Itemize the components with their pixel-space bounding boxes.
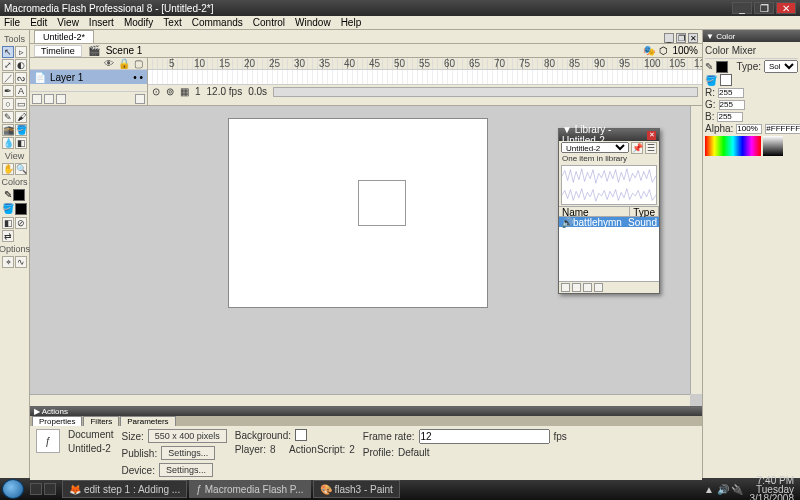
menu-control[interactable]: Control xyxy=(253,17,285,28)
tab-parameters[interactable]: Parameters xyxy=(120,416,175,426)
menu-window[interactable]: Window xyxy=(295,17,331,28)
r-input[interactable] xyxy=(718,88,744,98)
eye-icon[interactable]: 👁 xyxy=(104,58,114,69)
start-button[interactable] xyxy=(2,479,24,499)
stage-vscroll[interactable] xyxy=(690,106,702,394)
size-button[interactable]: 550 x 400 pixels xyxy=(148,429,227,443)
lock-icon[interactable]: 🔒 xyxy=(118,58,130,69)
library-close-button[interactable]: ✕ xyxy=(647,131,656,140)
scene-name[interactable]: Scene 1 xyxy=(106,45,143,56)
pen-tool[interactable]: ✒ xyxy=(2,85,14,97)
doc-minimize[interactable]: _ xyxy=(664,33,674,43)
edit-symbols-icon[interactable]: ⬡ xyxy=(659,45,668,56)
add-motion-guide-button[interactable] xyxy=(44,94,54,104)
stage-hscroll[interactable] xyxy=(30,394,690,406)
framerate-input[interactable] xyxy=(419,429,550,444)
delete-item-button[interactable] xyxy=(594,283,603,292)
doc-restore[interactable]: ❐ xyxy=(676,33,686,43)
close-button[interactable]: ✕ xyxy=(776,2,796,14)
tray-icons[interactable]: ▲ 🔊 🔌 xyxy=(704,484,743,495)
color-panel-title[interactable]: ▼ Color xyxy=(703,30,800,42)
menu-file[interactable]: File xyxy=(4,17,20,28)
tab-filters[interactable]: Filters xyxy=(83,416,119,426)
onion-all-icon[interactable]: ⊚ xyxy=(166,86,174,97)
library-doc-select[interactable]: Untitled-2 xyxy=(561,142,629,153)
library-list[interactable]: 🔊 battlehymn Sound xyxy=(559,217,659,281)
timeline-toggle[interactable]: Timeline xyxy=(34,45,82,57)
selection-tool[interactable]: ↖ xyxy=(2,46,14,58)
free-transform-tool[interactable]: ⤢ xyxy=(2,59,14,71)
onion-icon[interactable]: ⊙ xyxy=(152,86,160,97)
rectangle-shape[interactable] xyxy=(358,180,406,226)
color-spectrum[interactable] xyxy=(705,136,761,156)
task-browser[interactable]: 🦊edit step 1 : Adding ... xyxy=(62,480,187,498)
swap-button[interactable]: ⇄ xyxy=(2,230,14,242)
outline-icon[interactable]: ▢ xyxy=(134,58,143,69)
menu-edit[interactable]: Edit xyxy=(30,17,47,28)
paint-bucket-tool[interactable]: 🪣 xyxy=(15,124,27,136)
snap-option[interactable]: ⌖ xyxy=(2,256,14,268)
smooth-option[interactable]: ∿ xyxy=(15,256,27,268)
menu-commands[interactable]: Commands xyxy=(192,17,243,28)
noc-button[interactable]: ⊘ xyxy=(15,217,27,229)
add-folder-button[interactable] xyxy=(56,94,66,104)
publish-settings-button[interactable]: Settings... xyxy=(161,446,215,460)
value-ramp[interactable] xyxy=(763,136,783,156)
brush-tool[interactable]: 🖌 xyxy=(15,111,27,123)
delete-layer-button[interactable] xyxy=(135,94,145,104)
layer-row[interactable]: 📄 Layer 1 • • xyxy=(30,70,147,84)
line-tool[interactable]: ／ xyxy=(2,72,14,84)
mixer-stroke-swatch[interactable] xyxy=(716,61,728,73)
eraser-tool[interactable]: ◧ xyxy=(15,137,27,149)
new-symbol-button[interactable] xyxy=(561,283,570,292)
library-item[interactable]: 🔊 battlehymn Sound xyxy=(559,217,659,227)
hand-tool[interactable]: ✋ xyxy=(2,163,14,175)
color-mixer-tab[interactable]: Color Mixer xyxy=(705,45,756,56)
doc-tab[interactable]: Untitled-2* xyxy=(34,30,94,43)
minimize-button[interactable]: _ xyxy=(732,2,752,14)
library-col-type[interactable]: Type xyxy=(630,207,659,216)
stage-area[interactable]: ▼ Library - Untitled-2 ✕ Untitled-2 📌 ☰ … xyxy=(30,106,702,406)
tab-properties[interactable]: Properties xyxy=(32,416,82,426)
task-flash[interactable]: ƒMacromedia Flash P... xyxy=(189,480,310,498)
maximize-button[interactable]: ❐ xyxy=(754,2,774,14)
quick-folder-icon[interactable]: ▣ xyxy=(44,483,56,495)
ink-bottle-tool[interactable]: 🕋 xyxy=(2,124,14,136)
zoom-value[interactable]: 100% xyxy=(672,45,698,56)
rectangle-tool[interactable]: ▭ xyxy=(15,98,27,110)
subselection-tool[interactable]: ▹ xyxy=(15,46,27,58)
menu-help[interactable]: Help xyxy=(341,17,362,28)
g-input[interactable] xyxy=(719,100,745,110)
stroke-swatch[interactable] xyxy=(13,189,25,201)
gradient-transform-tool[interactable]: ◐ xyxy=(15,59,27,71)
hex-input[interactable] xyxy=(765,124,800,134)
clock[interactable]: 7:40 PM Tuesday 3/18/2008 xyxy=(750,476,795,501)
bw-button[interactable]: ◧ xyxy=(2,217,14,229)
doc-close[interactable]: ✕ xyxy=(688,33,698,43)
new-folder-button[interactable] xyxy=(572,283,581,292)
quick-ie-icon[interactable]: e xyxy=(30,483,42,495)
eyedropper-tool[interactable]: 💧 xyxy=(2,137,14,149)
fill-type-select[interactable]: Solid xyxy=(764,60,798,73)
task-paint[interactable]: 🎨flash3 - Paint xyxy=(313,480,400,498)
actions-panel-title[interactable]: ▶ Actions xyxy=(30,407,702,416)
text-tool[interactable]: A xyxy=(15,85,27,97)
properties-button[interactable] xyxy=(583,283,592,292)
oval-tool[interactable]: ○ xyxy=(2,98,14,110)
mixer-fill-swatch[interactable] xyxy=(720,74,732,86)
add-layer-button[interactable] xyxy=(32,94,42,104)
library-col-name[interactable]: Name xyxy=(559,207,630,216)
frame-ruler[interactable]: 5101520253035404550556065707580859095100… xyxy=(148,58,702,70)
menu-text[interactable]: Text xyxy=(163,17,181,28)
timeline-scrollbar[interactable] xyxy=(273,87,698,97)
device-settings-button[interactable]: Settings... xyxy=(159,463,213,477)
menu-insert[interactable]: Insert xyxy=(89,17,114,28)
fill-swatch[interactable] xyxy=(15,203,27,215)
menu-modify[interactable]: Modify xyxy=(124,17,153,28)
pencil-tool[interactable]: ✎ xyxy=(2,111,14,123)
b-input[interactable] xyxy=(717,112,743,122)
alpha-input[interactable] xyxy=(736,124,762,134)
edit-scene-icon[interactable]: 🎭 xyxy=(643,45,655,56)
lasso-tool[interactable]: ᔓ xyxy=(15,72,27,84)
frames-track[interactable] xyxy=(148,70,702,84)
